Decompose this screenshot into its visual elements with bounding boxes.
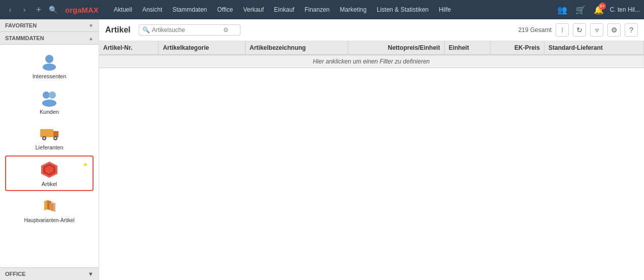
kunden-label: Kunden (40, 109, 59, 115)
col-lieferant[interactable]: Standard-Lieferant (544, 41, 644, 55)
svg-point-0 (45, 55, 53, 63)
nav-notifications-icon[interactable]: 🔔 9+ (592, 3, 606, 17)
nav-cart-icon[interactable]: 🛒 (573, 3, 588, 17)
help-button[interactable]: ? (625, 23, 638, 37)
sidebar-item-kunden[interactable]: Kunden (5, 84, 94, 118)
svg-point-2 (43, 91, 50, 99)
nav-einkauf[interactable]: Einkauf (269, 3, 299, 16)
search-icon: 🔍 (142, 26, 150, 34)
interessenten-label: Interessenten (33, 73, 67, 79)
stammdaten-label: STAMMDATEN (5, 35, 44, 41)
col-artikelnr[interactable]: Artikel-Nr. (99, 41, 159, 55)
search-gear-icon[interactable]: ⚙ (223, 26, 229, 34)
sidebar-item-interessenten[interactable]: Interessenten (5, 49, 94, 82)
svg-marker-17 (51, 203, 55, 212)
grid-view-button[interactable]: ⁝ (556, 23, 569, 37)
col-ekpreis[interactable]: EK-Preis (490, 41, 544, 55)
nav-office[interactable]: Office (212, 3, 238, 16)
artikel-icon (39, 160, 59, 180)
nav-search-button[interactable]: 🔍 (47, 4, 59, 16)
svg-point-10 (54, 137, 56, 139)
settings-button[interactable]: ⚙ (607, 23, 621, 37)
search-box: 🔍 ⚙ (139, 24, 240, 36)
header-right: 219 Gesamt ⁝ ↻ ▿ ⚙ ? (518, 23, 638, 37)
col-einheit[interactable]: Einheit (444, 41, 490, 55)
kunden-icon (39, 87, 59, 108)
col-artikelkat[interactable]: Artikelkategorie (159, 41, 246, 55)
favoriten-section[interactable]: FAVORITEN ▼ (0, 19, 99, 32)
stammdaten-chevron: ▲ (88, 36, 94, 41)
nav-stammdaten[interactable]: Stammdaten (167, 3, 212, 16)
svg-point-8 (43, 137, 45, 139)
favoriten-chevron: ▼ (88, 23, 94, 28)
brand-logo: orgaMAX (65, 6, 99, 14)
svg-point-1 (43, 64, 56, 71)
stammdaten-section[interactable]: STAMMDATEN ▲ (0, 32, 99, 45)
filter-hint-row[interactable]: Hier anklicken um einen Filter zu defini… (99, 55, 644, 68)
artikel-label: Artikel (42, 181, 57, 187)
lieferanten-icon (39, 123, 59, 143)
office-chevron: ▼ (88, 271, 94, 277)
sidebar-item-lieferanten[interactable]: Lieferanten (5, 120, 94, 153)
svg-point-3 (49, 91, 56, 99)
main-layout: FAVORITEN ▼ STAMMDATEN ▲ Interessenten (0, 19, 644, 280)
content-header: Artikel 🔍 ⚙ 219 Gesamt ⁝ ↻ ▿ ⚙ ? (99, 19, 644, 41)
total-count: 219 Gesamt (518, 26, 551, 34)
nav-right-actions: 👥 🛒 🔔 9+ C. ten Hil... (555, 3, 640, 17)
table-body: Hier anklicken um einen Filter zu defini… (99, 55, 644, 68)
nav-menu: Aktuell Ansicht Stammdaten Office Verkau… (109, 3, 553, 16)
svg-marker-14 (44, 200, 47, 210)
hauptvarianten-icon (39, 196, 59, 216)
hauptvarianten-label: Hauptvarianten-Artikel (24, 217, 75, 223)
top-nav: ‹ › + 🔍 orgaMAX Aktuell Ansicht Stammdat… (0, 0, 644, 19)
nav-forward-button[interactable]: › (18, 4, 30, 16)
nav-hilfe[interactable]: Hilfe (434, 3, 456, 16)
lieferanten-label: Lieferanten (35, 144, 63, 150)
spark-icon: ✦ (82, 161, 88, 169)
nav-ansicht[interactable]: Ansicht (137, 3, 167, 16)
col-nettopreis[interactable]: Nettopreis/Einheit (348, 41, 445, 55)
sidebar-item-artikel[interactable]: ✦ Artikel (5, 155, 94, 191)
office-section[interactable]: OFFICE ▼ (0, 267, 99, 280)
table-container: Artikel-Nr. Artikelkategorie Artikelbeze… (99, 41, 644, 280)
nav-finanzen[interactable]: Finanzen (299, 3, 334, 16)
nav-verkauf[interactable]: Verkauf (238, 3, 269, 16)
filter-hint-cell[interactable]: Hier anklicken um einen Filter zu defini… (99, 55, 644, 68)
articles-table: Artikel-Nr. Artikelkategorie Artikelbeze… (99, 41, 644, 68)
table-header-row: Artikel-Nr. Artikelkategorie Artikelbeze… (99, 41, 644, 55)
sidebar-items: Interessenten Kunden (0, 45, 99, 267)
sidebar: FAVORITEN ▼ STAMMDATEN ▲ Interessenten (0, 19, 99, 280)
search-input[interactable] (152, 26, 223, 34)
col-artikelbez[interactable]: Artikelbezeichnung (245, 41, 348, 55)
svg-point-4 (42, 100, 56, 107)
office-label: OFFICE (5, 271, 25, 277)
interessenten-icon (39, 52, 59, 72)
nav-user-label[interactable]: C. ten Hil... (610, 6, 640, 13)
nav-marketing[interactable]: Marketing (335, 3, 372, 16)
content-title: Artikel (105, 25, 131, 35)
nav-back-button[interactable]: ‹ (4, 4, 16, 16)
refresh-button[interactable]: ↻ (573, 23, 586, 37)
svg-rect-5 (40, 129, 53, 137)
nav-users-icon[interactable]: 👥 (555, 3, 569, 17)
favoriten-label: FAVORITEN (5, 22, 37, 28)
sidebar-item-hauptvarianten[interactable]: Hauptvarianten-Artikel (5, 193, 94, 226)
filter-button[interactable]: ▿ (590, 23, 603, 37)
nav-aktuell[interactable]: Aktuell (109, 3, 137, 16)
nav-listen[interactable]: Listen & Statistiken (372, 3, 434, 16)
content-area: Artikel 🔍 ⚙ 219 Gesamt ⁝ ↻ ▿ ⚙ ? Artikel… (99, 19, 644, 280)
notification-badge: 9+ (599, 3, 606, 10)
nav-add-button[interactable]: + (33, 4, 45, 16)
